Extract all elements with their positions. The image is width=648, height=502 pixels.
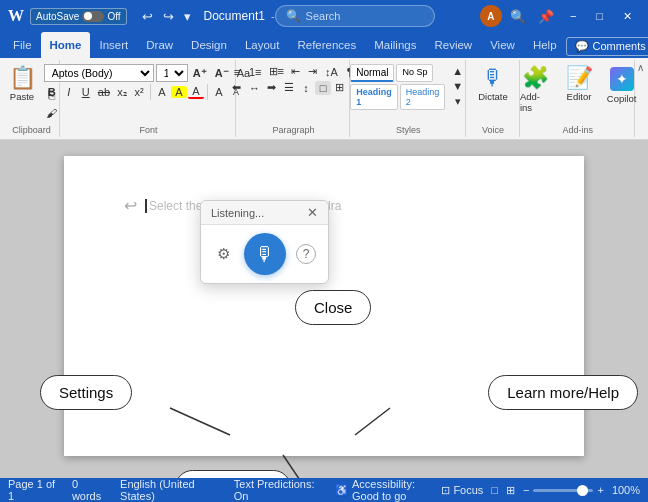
tab-design[interactable]: Design: [182, 32, 236, 58]
bold-button[interactable]: B: [44, 85, 60, 99]
italic-button[interactable]: I: [61, 85, 77, 99]
font-color-button[interactable]: A: [188, 85, 204, 99]
styles-down[interactable]: ▼: [449, 79, 466, 93]
minimize-button[interactable]: −: [562, 0, 584, 32]
shading-button[interactable]: □: [315, 81, 331, 95]
bullets-button[interactable]: ≡: [229, 65, 245, 79]
accessibility-icon: ♿: [335, 484, 349, 497]
maximize-button[interactable]: □: [588, 0, 611, 32]
tab-layout[interactable]: Layout: [236, 32, 289, 58]
align-center-button[interactable]: ↔: [246, 81, 263, 95]
svg-line-2: [283, 455, 310, 478]
style-normal[interactable]: Normal: [350, 64, 394, 82]
view-single-icon[interactable]: □: [491, 484, 498, 496]
status-accessibility[interactable]: ♿ Accessibility: Good to go: [335, 478, 433, 502]
tab-references[interactable]: References: [288, 32, 365, 58]
close-window-button[interactable]: ✕: [615, 0, 640, 32]
status-bar: Page 1 of 1 0 words English (United Stat…: [0, 478, 648, 502]
sort-button[interactable]: ↕A: [322, 65, 341, 79]
superscript-button[interactable]: x²: [131, 85, 147, 99]
styles-row2: Heading 1 Heading 2: [350, 84, 445, 110]
pin-icon[interactable]: 📌: [534, 9, 558, 24]
zoom-out-button[interactable]: −: [523, 484, 529, 496]
numbering-button[interactable]: 1≡: [246, 65, 265, 79]
autosave-badge[interactable]: AutoSave Off: [30, 8, 127, 25]
ribbon-collapse-area: ∧: [637, 60, 644, 137]
dictation-settings-button[interactable]: ⚙: [213, 241, 234, 267]
underline-button[interactable]: U: [78, 85, 94, 99]
tab-review[interactable]: Review: [425, 32, 481, 58]
ribbon-tabs: File Home Insert Draw Design Layout Refe…: [0, 32, 648, 58]
search-box[interactable]: 🔍 Search: [275, 5, 435, 27]
styles-more[interactable]: ▾: [449, 94, 466, 109]
copilot-button[interactable]: ✦ Copilot: [603, 64, 641, 107]
ribbon-collapse-button[interactable]: ∧: [637, 62, 644, 73]
style-heading2[interactable]: Heading 2: [400, 84, 446, 110]
styles-group: Normal No Sp Heading 1 Heading 2 ▲ ▼ ▾ S…: [352, 60, 466, 137]
status-accessibility-text: Accessibility: Good to go: [352, 478, 433, 502]
font-name-selector[interactable]: Aptos (Body): [44, 64, 154, 82]
startpause-tooltip: Start/Pause: [175, 470, 291, 478]
autosave-toggle[interactable]: [82, 11, 104, 22]
borders-button[interactable]: ⊞: [332, 80, 348, 95]
para-row-1: ≡ 1≡ ⊞≡ ⇤ ⇥ ↕A ¶: [229, 64, 358, 79]
font-size-up2[interactable]: A: [211, 85, 227, 99]
customize-qat-button[interactable]: ▾: [181, 7, 194, 26]
status-focus[interactable]: ⊡ Focus: [441, 484, 483, 497]
align-right-button[interactable]: ➡: [264, 80, 280, 95]
ribbon-right-actions: 💬 Comments ✎ Editing ▾ ⤴ Share: [566, 36, 648, 58]
justify-button[interactable]: ☰: [281, 80, 297, 95]
search-icon-2[interactable]: 🔍: [506, 9, 530, 24]
zoom-slider[interactable]: [533, 489, 593, 492]
styles-nav: ▲ ▼ ▾: [449, 64, 466, 109]
dictation-mic-button[interactable]: 🎙: [244, 233, 286, 275]
zoom-control[interactable]: − +: [523, 484, 604, 496]
align-left-button[interactable]: ⬅: [229, 80, 245, 95]
paste-button[interactable]: 📋 Paste: [4, 64, 41, 105]
status-page[interactable]: Page 1 of 1: [8, 478, 58, 502]
redo-button[interactable]: ↪: [160, 7, 177, 26]
decrease-indent-button[interactable]: ⇤: [288, 64, 304, 79]
addins-button[interactable]: 🧩 Add-ins: [515, 64, 555, 116]
zoom-percent[interactable]: 100%: [612, 484, 640, 496]
status-language[interactable]: English (United States): [120, 478, 220, 502]
status-words[interactable]: 0 words: [72, 478, 106, 502]
styles-up[interactable]: ▲: [449, 64, 466, 78]
font-size-selector[interactable]: 12: [156, 64, 188, 82]
subscript-button[interactable]: x₂: [114, 85, 130, 100]
tab-insert[interactable]: Insert: [90, 32, 137, 58]
tab-home[interactable]: Home: [41, 32, 91, 58]
paragraph-label: Paragraph: [272, 125, 314, 135]
text-effects-button[interactable]: A: [154, 85, 170, 99]
style-heading1[interactable]: Heading 1: [350, 84, 398, 110]
increase-font-button[interactable]: A⁺: [190, 66, 210, 81]
tab-file[interactable]: File: [4, 32, 41, 58]
view-multiple-icon[interactable]: ⊞: [506, 484, 515, 497]
tab-view[interactable]: View: [481, 32, 524, 58]
tab-draw[interactable]: Draw: [137, 32, 182, 58]
increase-indent-button[interactable]: ⇥: [305, 64, 321, 79]
microphone-icon-2: 🎙: [255, 243, 275, 266]
zoom-in-button[interactable]: +: [597, 484, 603, 496]
tab-mailings[interactable]: Mailings: [365, 32, 425, 58]
tab-help[interactable]: Help: [524, 32, 566, 58]
user-avatar[interactable]: A: [480, 5, 502, 27]
addins-group: 🧩 Add-ins 📝 Editor ✦ Copilot Add-ins: [522, 60, 636, 137]
editor-button[interactable]: 📝 Editor: [561, 64, 596, 105]
style-no-spacing[interactable]: No Sp: [396, 64, 433, 82]
status-predictions[interactable]: Text Predictions: On: [234, 478, 321, 502]
comments-button[interactable]: 💬 Comments: [566, 37, 648, 56]
dictation-help-button[interactable]: ?: [296, 244, 316, 264]
text-highlight-button[interactable]: A: [171, 86, 187, 98]
undo-button[interactable]: ↩: [139, 7, 156, 26]
dictation-close-button[interactable]: ✕: [307, 205, 318, 220]
multilevel-button[interactable]: ⊞≡: [266, 64, 287, 79]
dictation-status-bar: Listening... ✕: [201, 201, 328, 225]
strikethrough-button[interactable]: ab: [95, 85, 113, 99]
copilot-label: Copilot: [607, 93, 637, 104]
autosave-state: Off: [107, 11, 120, 22]
dictate-button[interactable]: 🎙 Dictate: [473, 64, 513, 105]
autosave-label: AutoSave: [36, 11, 79, 22]
line-spacing-button[interactable]: ↕: [298, 81, 314, 95]
title-bar-undo: ↩ ↪ ▾: [139, 7, 194, 26]
